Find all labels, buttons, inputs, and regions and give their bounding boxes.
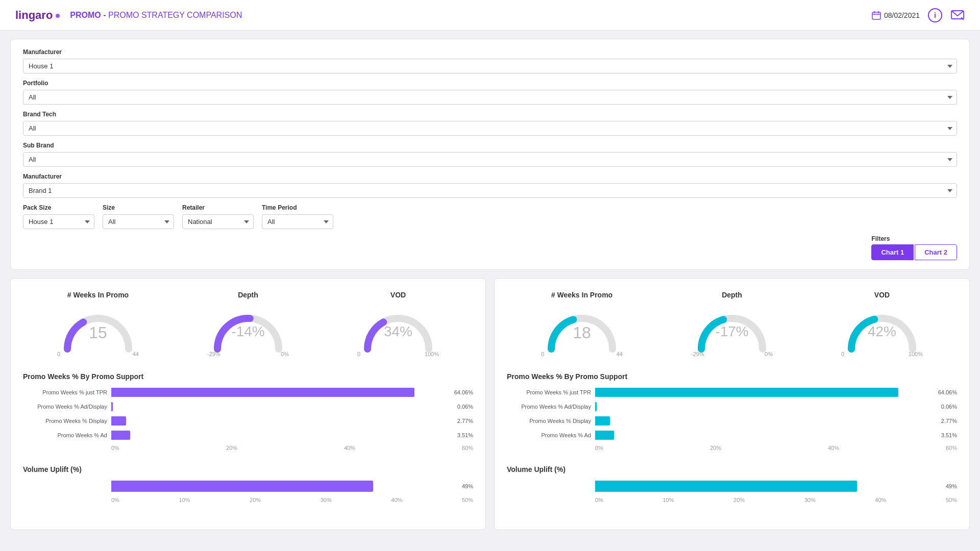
- volume-bar-row-2: 49%: [512, 481, 957, 492]
- portfolio-select[interactable]: All: [23, 90, 957, 105]
- chart-panel-2: # Weeks In Promo 18 044 Depth: [494, 278, 970, 530]
- bar-chart-section-1: Promo Weeks % By Promo Support Promo Wee…: [23, 372, 473, 451]
- gauge-depth-value-1: -14%: [231, 323, 264, 340]
- filter-sub-brand: Sub Brand All: [23, 142, 957, 167]
- bar-row-2-2: Promo Weeks % Ad/Display 0.06%: [512, 402, 957, 411]
- svg-rect-0: [872, 12, 880, 19]
- header-subtitle: PROMO STRATEGY COMPARISON: [108, 11, 242, 19]
- bar-axis-1: 0%20%40%60%: [28, 445, 473, 451]
- logo-dot: [56, 14, 60, 18]
- header-date: 08/02/2021: [872, 11, 920, 20]
- filter-time-period: Time Period All: [262, 204, 333, 229]
- volume-title-2: Volume Uplift (%): [507, 465, 957, 473]
- pack-size-select[interactable]: House 1: [23, 214, 94, 229]
- gauge-vod-1: VOD 34% 0100%: [352, 291, 444, 357]
- gauge-depth-container-2: -17%: [691, 303, 773, 349]
- pack-size-label: Pack Size: [23, 204, 94, 211]
- header: lingaro PROMO - PROMO STRATEGY COMPARISO…: [0, 0, 980, 31]
- message-icon[interactable]: [950, 8, 965, 22]
- filter-size: Size All: [103, 204, 174, 229]
- volume-section-1: Volume Uplift (%) 49% 0%10%20%30%40%50%: [23, 465, 473, 503]
- size-label: Size: [103, 204, 174, 211]
- bar-chart-title-2: Promo Weeks % By Promo Support: [507, 372, 957, 381]
- gauge-weeks-value-1: 15: [89, 323, 107, 342]
- volume-bar-row-1: 49%: [28, 481, 473, 492]
- gauge-vod-container-1: 34%: [357, 303, 439, 349]
- portfolio-label: Portfolio: [23, 80, 957, 87]
- logo: lingaro: [15, 9, 60, 22]
- gauge-weeks-container-2: 18: [541, 303, 623, 349]
- bar-axis-2: 0%20%40%60%: [512, 445, 957, 451]
- volume-area-1: 49% 0%10%20%30%40%50%: [23, 481, 473, 503]
- time-period-label: Time Period: [262, 204, 333, 211]
- bar-chart-title-1: Promo Weeks % By Promo Support: [23, 372, 473, 381]
- bar-row-4: Promo Weeks % Ad 3.51%: [28, 431, 473, 440]
- header-title: PROMO - PROMO STRATEGY COMPARISON: [70, 11, 242, 20]
- filters-label: Filters: [871, 235, 890, 242]
- volume-title-1: Volume Uplift (%): [23, 465, 473, 473]
- filter-portfolio: Portfolio All: [23, 80, 957, 105]
- time-period-select[interactable]: All: [262, 214, 333, 229]
- sub-brand-select[interactable]: All: [23, 152, 957, 167]
- filters-panel: Manufacturer House 1 Portfolio All Brand…: [10, 39, 970, 270]
- bar-row-2: Promo Weeks % Ad/Display 0.06%: [28, 402, 473, 411]
- bar-row-1: Promo Weeks % just TPR 64.06%: [28, 388, 473, 397]
- header-left: lingaro PROMO - PROMO STRATEGY COMPARISO…: [15, 9, 242, 22]
- gauge-vod-2: VOD 42% 0100%: [836, 291, 928, 357]
- gauge-depth-1: Depth -14% -29%0%: [202, 291, 294, 357]
- bar-row-2-4: Promo Weeks % Ad 3.51%: [512, 431, 957, 440]
- manufacturer2-label: Manufacturer: [23, 173, 957, 180]
- bar-row-3: Promo Weeks % Display 2.77%: [28, 416, 473, 425]
- gauge-weeks-2: # Weeks In Promo 18 044: [536, 291, 628, 357]
- gauge-vod-value-2: 42%: [868, 323, 896, 340]
- info-icon[interactable]: i: [928, 8, 942, 22]
- header-right: 08/02/2021 i: [872, 8, 965, 22]
- header-promo-bold: PROMO: [70, 11, 101, 19]
- filters-right: Filters Chart 1 Chart 2: [871, 235, 957, 260]
- header-sep: -: [101, 11, 108, 19]
- header-date-value: 08/02/2021: [884, 11, 920, 19]
- gauge-depth-2: Depth -17% -29%0%: [686, 291, 778, 357]
- bar-chart-area-1: Promo Weeks % just TPR 64.06% Promo Week…: [23, 388, 473, 451]
- logo-text: lingaro: [15, 9, 53, 22]
- main-content: # Weeks In Promo 15 044 Depth: [10, 278, 970, 530]
- bar-row-2-3: Promo Weeks % Display 2.77%: [512, 416, 957, 425]
- size-select[interactable]: All: [103, 214, 174, 229]
- chart-buttons: Chart 1 Chart 2: [871, 244, 957, 260]
- chart2-button[interactable]: Chart 2: [915, 244, 957, 260]
- chart1-button[interactable]: Chart 1: [871, 244, 914, 260]
- brand-tech-label: Brand Tech: [23, 111, 957, 118]
- gauge-vod-value-1: 34%: [384, 323, 412, 340]
- manufacturer2-select[interactable]: Brand 1: [23, 183, 957, 198]
- gauge-weeks-title-2: # Weeks In Promo: [551, 291, 612, 299]
- volume-section-2: Volume Uplift (%) 49% 0%10%20%30%40%50%: [507, 465, 957, 503]
- volume-axis-2: 0%10%20%30%40%50%: [512, 497, 957, 503]
- gauge-weeks-title-1: # Weeks In Promo: [67, 291, 129, 299]
- gauge-depth-container-1: -14%: [207, 303, 289, 349]
- retailer-select[interactable]: National: [182, 214, 254, 229]
- calendar-icon: [872, 11, 881, 20]
- manufacturer-select[interactable]: House 1: [23, 59, 957, 73]
- gauge-depth-title-2: Depth: [722, 291, 742, 299]
- gauge-section-2: # Weeks In Promo 18 044 Depth: [507, 291, 957, 357]
- retailer-label: Retailer: [182, 204, 254, 211]
- manufacturer-label: Manufacturer: [23, 48, 957, 56]
- sub-brand-label: Sub Brand: [23, 142, 957, 149]
- brand-tech-select[interactable]: All: [23, 121, 957, 136]
- filter-retailer: Retailer National: [182, 204, 254, 229]
- gauge-vod-container-2: 42%: [841, 303, 923, 349]
- filter-manufacturer2: Manufacturer Brand 1: [23, 173, 957, 198]
- gauge-section-1: # Weeks In Promo 15 044 Depth: [23, 291, 473, 357]
- bar-chart-area-2: Promo Weeks % just TPR 64.06% Promo Week…: [507, 388, 957, 451]
- filter-brand-tech: Brand Tech All: [23, 111, 957, 136]
- chart-panel-1: # Weeks In Promo 15 044 Depth: [10, 278, 486, 530]
- gauge-depth-title-1: Depth: [238, 291, 258, 299]
- bar-row-2-1: Promo Weeks % just TPR 64.06%: [512, 388, 957, 397]
- filter-manufacturer: Manufacturer House 1: [23, 48, 957, 73]
- gauge-vod-title-1: VOD: [390, 291, 406, 299]
- bar-chart-section-2: Promo Weeks % By Promo Support Promo Wee…: [507, 372, 957, 451]
- gauge-weeks-value-2: 18: [573, 323, 591, 342]
- gauge-depth-value-2: -17%: [715, 323, 748, 340]
- gauge-weeks-container-1: 15: [57, 303, 139, 349]
- gauge-weeks-1: # Weeks In Promo 15 044: [52, 291, 144, 357]
